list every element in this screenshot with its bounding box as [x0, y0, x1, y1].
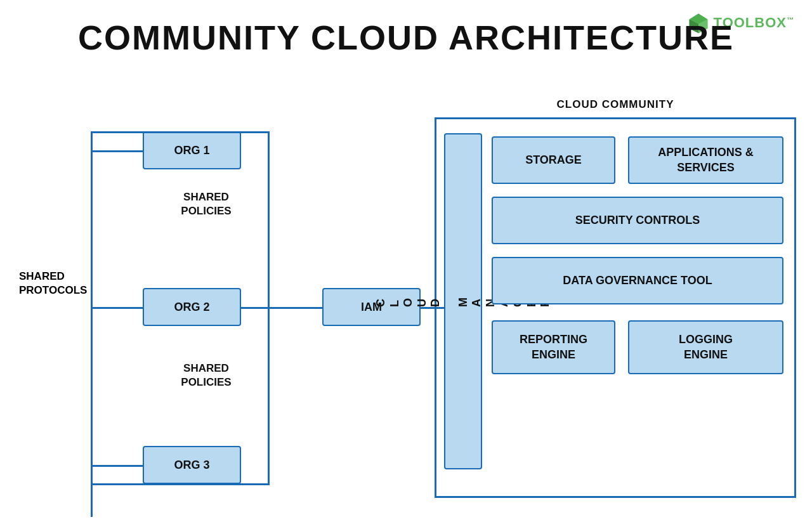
data-governance-box: DATA GOVERNANCE TOOL — [492, 257, 783, 304]
logging-engine-box: LOGGINGENGINE — [628, 320, 783, 374]
page-title: COMMUNITY CLOUD ARCHITECTURE — [0, 18, 812, 57]
shared-policies-top-label: SHAREDPOLICIES — [165, 190, 247, 218]
security-controls-label: SECURITY CONTROLS — [575, 213, 700, 228]
right-diagram: CLOUD COMMUNITY CLOUD MANAGER STORAGE AP… — [435, 98, 796, 498]
h-line-org2-iam — [241, 307, 324, 309]
shared-protocols-label: SHAREDPROTOCOLS — [19, 270, 86, 297]
security-controls-box: SECURITY CONTROLS — [492, 197, 783, 244]
storage-box: STORAGE — [492, 136, 615, 184]
shared-policies-bottom-label: SHAREDPOLICIES — [165, 362, 247, 389]
iam-box: IAM — [322, 288, 421, 326]
data-governance-label: DATA GOVERNANCE TOOL — [563, 273, 712, 288]
logging-engine-label: LOGGINGENGINE — [679, 332, 733, 362]
reporting-engine-box: REPORTINGENGINE — [492, 320, 615, 374]
storage-label: STORAGE — [525, 153, 582, 167]
cloud-community-label: CLOUD COMMUNITY — [435, 98, 796, 111]
applications-label: APPLICATIONS &SERVICES — [658, 145, 754, 175]
applications-box: APPLICATIONS &SERVICES — [628, 136, 783, 184]
reporting-engine-label: REPORTINGENGINE — [520, 332, 587, 362]
left-diagram: SHAREDPROTOCOLS ORG 1 ORG 2 ORG 3 SHARED… — [19, 98, 374, 492]
cloud-manager-box: CLOUD MANAGER — [444, 133, 482, 469]
